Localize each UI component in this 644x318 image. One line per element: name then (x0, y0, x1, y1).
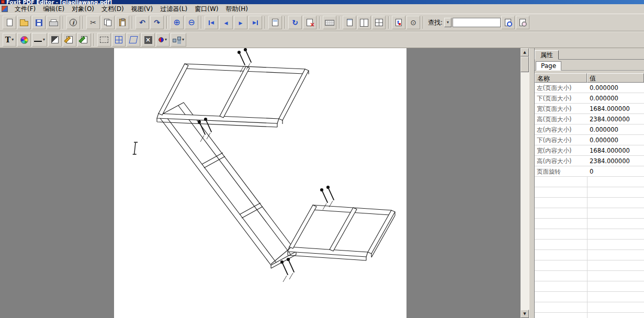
grid-pages-icon (375, 19, 383, 26)
property-value[interactable]: 0.000000 (587, 135, 644, 145)
property-value[interactable]: 0.000000 (587, 83, 644, 93)
table-row: 左(内容大小) 0.000000 (535, 124, 644, 135)
tools-icon (144, 36, 152, 44)
search-dropdown-button[interactable]: ▾ (444, 18, 451, 27)
table-row: 页面旋转 0 (535, 166, 644, 177)
line-tool-button[interactable]: ▾ (32, 33, 47, 47)
application-window: Foxit PDF Editor - [qiaojiawang.pdf] 文件(… (0, 0, 644, 318)
distort-grid-button[interactable] (127, 33, 140, 47)
property-value[interactable]: 2384.000000 (587, 114, 644, 124)
toolbar-separator (265, 16, 266, 29)
text-page-button[interactable] (392, 16, 405, 29)
copy-button[interactable] (101, 16, 115, 29)
toolbar-separator (132, 16, 133, 29)
toolbar-separator (388, 16, 389, 29)
undo-button[interactable] (135, 16, 149, 29)
transform-grid-icon (115, 36, 122, 43)
edit-object-button[interactable] (63, 33, 76, 47)
paste-button[interactable] (116, 16, 129, 29)
properties-tab[interactable]: 属性 (535, 50, 559, 60)
distort-grid-icon (129, 36, 138, 43)
fill-tool-button[interactable] (48, 33, 62, 47)
tab-page[interactable]: Page (536, 61, 561, 71)
menu-file[interactable]: 文件(F) (11, 4, 39, 14)
prev-page-button[interactable] (219, 16, 233, 29)
chevron-down-icon: ▾ (165, 38, 167, 42)
print-button[interactable] (47, 16, 60, 29)
property-name: 高(页面大小) (535, 114, 587, 124)
property-value[interactable]: 1684.000000 (587, 104, 644, 113)
table-row: 宽(内容大小) 1684.000000 (535, 145, 644, 156)
scrollbar-thumb[interactable] (521, 56, 529, 72)
menu-help[interactable]: 帮助(H) (222, 4, 252, 14)
menu-object[interactable]: 对象(O) (68, 4, 98, 14)
panel-splitter[interactable] (529, 48, 535, 318)
search-input[interactable] (453, 18, 501, 27)
search-doc-button[interactable] (501, 16, 515, 29)
page-setup-button[interactable] (268, 16, 282, 29)
menu-edit[interactable]: 编辑(E) (39, 4, 68, 14)
menu-document[interactable]: 文档(D) (98, 4, 128, 14)
property-value[interactable]: 1684.000000 (587, 145, 644, 155)
color-dot-icon (159, 37, 164, 42)
text-tool-button[interactable]: ▾ (3, 33, 16, 47)
color-wheel-icon (20, 36, 28, 44)
delete-pages-button[interactable] (303, 16, 317, 29)
scroll-down-button[interactable]: ▼ (521, 310, 529, 318)
text-caret (133, 142, 138, 154)
zoom-in-button[interactable] (170, 16, 184, 29)
last-page-icon (253, 20, 258, 25)
document-icon (2, 6, 8, 12)
property-value[interactable]: 0.000000 (587, 93, 644, 103)
toolbar-separator (83, 16, 84, 29)
vertical-scrollbar[interactable]: ▲ ▼ (521, 48, 529, 318)
cut-button[interactable] (86, 16, 100, 29)
edit-page-button[interactable] (77, 33, 91, 47)
select-marquee-button[interactable] (97, 33, 111, 47)
properties-panel: 属性 Page 名称 值 左(页面大小) 0.000000 下(页面大小) 0.… (535, 48, 644, 318)
property-value[interactable]: 2384.000000 (587, 156, 644, 166)
open-button[interactable] (17, 16, 31, 29)
rotate-pages-button[interactable] (288, 16, 302, 29)
arrow-down-icon: ▼ (523, 312, 526, 316)
save-button[interactable] (32, 16, 46, 29)
canvas-area[interactable] (0, 48, 521, 318)
property-grid: 左(页面大小) 0.000000 下(页面大小) 0.000000 宽(页面大小… (535, 83, 644, 318)
properties-tabs: Page (535, 60, 644, 71)
transform-grid-button[interactable] (112, 33, 126, 47)
chevron-down-icon: ▾ (12, 38, 14, 42)
color-wheel-button[interactable] (17, 33, 31, 47)
print-icon (49, 19, 58, 26)
connector-button[interactable]: ▾ (171, 33, 186, 47)
property-value[interactable]: 0.000000 (587, 124, 644, 134)
scroll-up-button[interactable]: ▲ (521, 48, 529, 56)
target-button[interactable] (406, 16, 420, 29)
layout-facing-button[interactable] (357, 16, 371, 29)
first-page-button[interactable] (205, 16, 218, 29)
property-value[interactable]: 0 (587, 166, 644, 176)
toolbar-separator (94, 33, 95, 46)
info-icon (70, 19, 77, 26)
redo-button[interactable] (150, 16, 164, 29)
doc-info-button[interactable] (66, 16, 80, 29)
tools-button[interactable] (141, 33, 155, 47)
toolbar-separator (339, 16, 340, 29)
toolbar-separator (166, 16, 167, 29)
layout-grid-button[interactable] (372, 16, 386, 29)
color-dot-button[interactable]: ▾ (156, 33, 170, 47)
menu-filter[interactable]: 过滤器(L) (156, 4, 191, 14)
keyboard-button[interactable] (323, 16, 336, 29)
menu-window[interactable]: 窗口(W) (191, 4, 222, 14)
new-button[interactable] (3, 16, 16, 29)
zoom-out-button[interactable] (185, 16, 198, 29)
last-page-button[interactable] (248, 16, 262, 29)
arrow-up-icon: ▲ (523, 50, 526, 54)
pdf-page[interactable] (114, 48, 406, 318)
search-label: 查找: (428, 18, 443, 27)
page-setup-icon (272, 19, 278, 26)
line-icon (34, 41, 42, 42)
menu-view[interactable]: 视图(V) (128, 4, 157, 14)
search-doc-alt-button[interactable] (516, 16, 529, 29)
next-page-button[interactable] (234, 16, 247, 29)
layout-single-button[interactable] (343, 16, 356, 29)
